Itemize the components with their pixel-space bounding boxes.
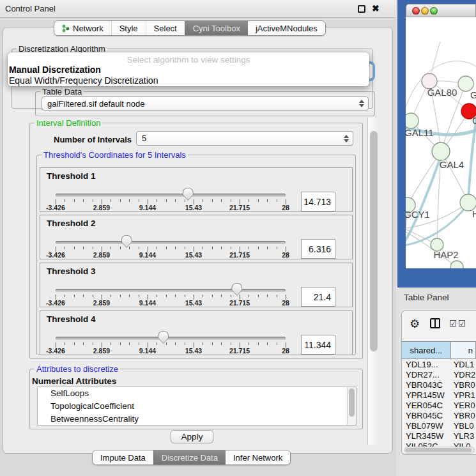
network-node-gal11[interactable] — [406, 113, 418, 128]
slider-tick — [83, 295, 84, 297]
threshold-value-field[interactable]: 21.4 — [301, 287, 335, 307]
node-label: H — [472, 208, 476, 219]
number-of-intervals-label: Number of Intervals — [54, 135, 132, 144]
attribute-list-item[interactable]: BetweennessCentrality — [38, 413, 356, 426]
slider-tick — [231, 342, 231, 345]
tab-jactivemnodules[interactable]: jActiveMNodules — [248, 21, 325, 35]
list-scrollbar[interactable] — [347, 387, 356, 425]
slider-tick — [221, 247, 222, 249]
network-canvas[interactable]: GAL80GCGAL11GAL4GCY1HHAP2 — [406, 17, 476, 268]
table-row[interactable]: YBL079WYBL0 — [402, 421, 476, 431]
scrollbar-thumb[interactable] — [405, 448, 472, 452]
slider-handle[interactable] — [158, 331, 169, 344]
slider-tick — [120, 199, 121, 202]
table-rows: YDL19...YDL1YDR27...YDR2YBR043CYBR0YPR14… — [402, 360, 476, 447]
slider-tick-label: 9.144 — [139, 347, 156, 355]
column-header-1[interactable]: shared... — [402, 342, 451, 358]
slider-tick-label: 15.43 — [185, 251, 202, 259]
slider-tick — [175, 247, 176, 249]
attribute-list-item[interactable]: SelfLoops — [38, 387, 356, 400]
checkbox-icon[interactable]: ☑ — [449, 319, 457, 328]
tab-style[interactable]: Style — [111, 21, 146, 35]
table-row[interactable]: YBR045CYBR0 — [402, 411, 476, 421]
table-panel: ⚙ ☑ ☑ shared...n YDL19...YDL1YDR27...YDR… — [401, 311, 476, 455]
attribute-list-item[interactable]: TopologicalCoefficient — [38, 400, 356, 413]
checkbox-icon[interactable]: ☑ — [458, 319, 466, 328]
vertical-scrollbar[interactable] — [367, 118, 379, 445]
tab-cyni-toolbox[interactable]: Cyni Toolbox — [185, 21, 248, 35]
popup-option-manual-discretization[interactable]: Manual Discretization — [9, 65, 101, 75]
slider-tick — [277, 295, 277, 297]
network-node[interactable] — [450, 261, 463, 268]
tab-select[interactable]: Select — [146, 21, 185, 35]
slider-tick-label: 28 — [282, 251, 289, 259]
slider-tick — [74, 342, 75, 345]
slider-handle[interactable] — [231, 283, 242, 296]
threshold-slider-2: Threshold 2-3.4262.8599.14415.4321.71528… — [40, 215, 353, 259]
slider-tick — [231, 247, 231, 249]
table-data-combo[interactable]: galFiltered.sif default node — [42, 96, 369, 111]
scrollbar-thumb[interactable] — [349, 388, 355, 417]
threshold-value-field[interactable]: 11.344 — [301, 335, 335, 355]
numerical-attributes-list[interactable]: SelfLoopsTopologicalCoefficientBetweenne… — [37, 387, 357, 426]
slider-tick — [231, 295, 231, 297]
slider-tick — [267, 295, 268, 297]
zoom-traffic-light-icon[interactable] — [430, 7, 438, 15]
table-row[interactable]: YPR145WYPR1 — [402, 390, 476, 401]
table-cell: YIL0 — [451, 441, 476, 447]
table-row[interactable]: YIL052CYIL0 — [402, 441, 476, 447]
table-cell: YDR2 — [451, 370, 476, 380]
slider-handle[interactable] — [121, 235, 132, 248]
table-row[interactable]: YBR043CYBR0 — [402, 380, 476, 390]
right-region: GAL80GCGAL11GAL4GCY1HHAP2 Table Panel ⚙ … — [396, 0, 476, 476]
slider-handle[interactable] — [183, 188, 194, 201]
slider-tick-label: 28 — [282, 347, 289, 355]
table-cell: YBR0 — [451, 380, 476, 390]
thresholds-group-title: Threshold's Coordinates for 5 Intervals — [42, 150, 188, 160]
slider-tick — [203, 247, 203, 249]
horizontal-scrollbar[interactable] — [404, 447, 475, 454]
slider-tick-label: 2.859 — [93, 347, 110, 355]
threshold-label: Threshold 4 — [47, 314, 96, 324]
minimize-traffic-light-icon[interactable] — [421, 7, 429, 15]
number-of-intervals-combo[interactable]: 5 — [136, 131, 353, 146]
node-label: GAL80 — [427, 87, 457, 98]
bottom-tab-impute-data[interactable]: Impute Data — [93, 450, 153, 464]
slider-track[interactable] — [56, 241, 286, 244]
network-window-titlebar[interactable] — [406, 4, 476, 17]
table-row[interactable]: YDL19...YDL1 — [402, 360, 476, 370]
slider-tick — [175, 295, 176, 297]
apply-button[interactable]: Apply — [171, 430, 213, 443]
combo-stepper-icon — [344, 135, 349, 142]
table-row[interactable]: YDR27...YDR2 — [402, 370, 476, 380]
slider-track[interactable] — [56, 194, 286, 197]
slider-tick — [129, 342, 130, 345]
popup-option-equal-width-frequency-discretization[interactable]: Equal Width/Frequency Discretization — [9, 75, 158, 86]
table-data-combo-value: galFiltered.sif default node — [47, 99, 144, 109]
slider-tick — [139, 342, 139, 345]
close-icon[interactable]: ✖ — [372, 3, 380, 13]
bottom-tab-infer-network[interactable]: Infer Network — [226, 450, 290, 464]
table-row[interactable]: YER054CYER0 — [402, 401, 476, 411]
network-view-window[interactable]: GAL80GCGAL11GAL4GCY1HHAP2 — [397, 0, 476, 288]
columns-icon[interactable] — [430, 318, 440, 328]
slider-tick — [157, 295, 157, 297]
table-row[interactable]: YLR345WYLR3 — [402, 431, 476, 441]
slider-tick — [249, 247, 249, 249]
close-traffic-light-icon[interactable] — [412, 7, 420, 15]
network-node-gal4[interactable] — [432, 142, 450, 160]
column-header-2[interactable]: n — [451, 342, 476, 358]
threshold-value-field[interactable]: 6.316 — [301, 239, 335, 259]
float-window-icon[interactable] — [358, 5, 365, 13]
scrollbar-thumb[interactable] — [370, 131, 378, 351]
gear-icon[interactable]: ⚙ — [410, 317, 420, 331]
slider-tick-label: 15.43 — [185, 347, 202, 355]
slider-tick-label: 28 — [282, 204, 289, 211]
bottom-tab-discretize-data[interactable]: Discretize Data — [153, 450, 226, 464]
slider-track[interactable] — [56, 337, 286, 340]
slider-tick-label: 2.859 — [93, 204, 110, 211]
slider-track[interactable] — [56, 289, 286, 292]
slider-tick — [111, 295, 111, 297]
threshold-value-field[interactable]: 14.713 — [301, 192, 335, 211]
tab-network[interactable]: Network — [54, 21, 111, 35]
